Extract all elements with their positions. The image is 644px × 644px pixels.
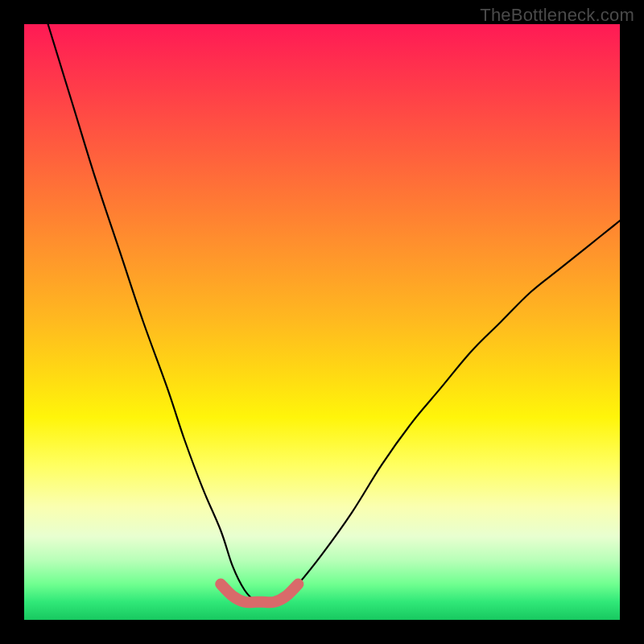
chart-frame: TheBottleneck.com xyxy=(0,0,644,644)
watermark-text: TheBottleneck.com xyxy=(480,5,634,26)
bottleneck-curve xyxy=(48,24,620,603)
curve-layer xyxy=(24,24,620,620)
plot-area xyxy=(24,24,620,620)
floor-marker xyxy=(221,584,298,603)
